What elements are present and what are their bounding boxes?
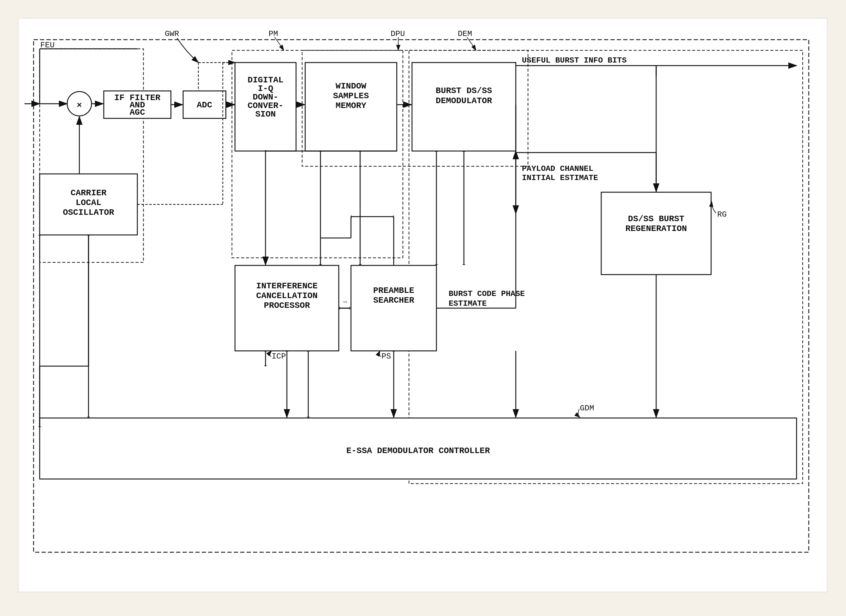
carrier-local2: LOCAL [76, 198, 101, 207]
burst-code1: BURST CODE PHASE [449, 289, 525, 298]
window-samples-samples: SAMPLES [333, 91, 369, 101]
preamble2: SEARCHER [373, 296, 414, 305]
mixer-symbol: × [77, 101, 82, 110]
adc-block: ADC [197, 100, 212, 110]
if-filter-agc: AGC [130, 108, 145, 117]
digital-iq-sion: SION [255, 110, 276, 119]
digital-iq-iq: I-Q [258, 84, 273, 93]
window-samples-memory: MEMORY [336, 101, 367, 110]
diagram-container: FEU GWR PM DPU DEM × IF FILTER AND AGC A… [15, 15, 831, 595]
svg-rect-18 [412, 63, 516, 151]
digital-iq-block: DIGITAL [248, 75, 283, 85]
carrier-local1: CARRIER [70, 188, 107, 198]
dpu-label: DPU [391, 29, 405, 38]
digital-iq-conv: CONVER- [248, 101, 283, 110]
dem-label: DEM [458, 29, 472, 38]
svg-text:↔: ↔ [343, 298, 347, 305]
burst-code2: ESTIMATE [449, 299, 487, 308]
burst-dsss-demod: DEMODULATOR [436, 96, 492, 106]
interference3: PROCESSOR [264, 301, 310, 310]
window-samples-block: WINDOW [336, 81, 367, 91]
essa-block: E-SSA DEMODULATOR CONTROLLER [347, 446, 490, 456]
payload-label2: INITIAL ESTIMATE [522, 173, 598, 182]
interference1: INTERFERENCE [256, 281, 318, 291]
gwr-label: GWR [165, 29, 179, 38]
ps-label: PS [382, 352, 391, 361]
gdm-label: GDM [580, 404, 594, 413]
digital-iq-down: DOWN- [253, 92, 278, 102]
pm-label: PM [269, 29, 278, 38]
payload-label1: PAYLOAD CHANNEL [522, 164, 593, 173]
burst-dsss-block: BURST DS/SS [436, 86, 492, 95]
preamble1: PREAMBLE [373, 286, 414, 295]
dsss-burst-regen1: DS/SS BURST [628, 214, 684, 224]
carrier-local3: OSCILLATOR [63, 208, 114, 217]
interference2: CANCELLATION [256, 291, 318, 301]
rg-label: RG [717, 210, 727, 219]
dsss-burst-regen2: REGENERATION [625, 224, 687, 233]
icp-label: ICP [272, 352, 286, 361]
svg-rect-25 [601, 192, 711, 274]
useful-bits-label: USEFUL BURST INFO BITS [522, 56, 627, 65]
svg-rect-35 [351, 265, 436, 351]
